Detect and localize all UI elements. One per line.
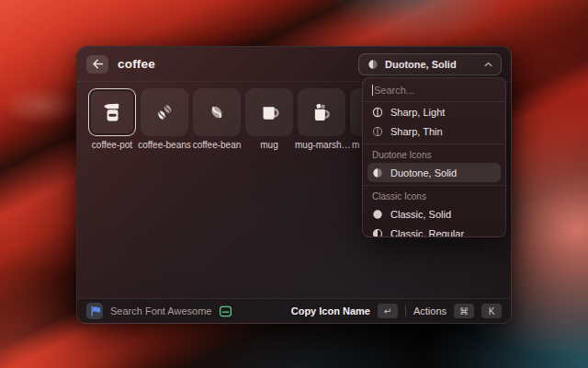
- style-dropdown-label: Duotone, Solid: [385, 59, 478, 70]
- circle-solid-icon: [372, 209, 383, 220]
- style-menu-search-input[interactable]: Search...: [363, 78, 505, 102]
- mug-icon: [257, 100, 281, 124]
- icon-tile-coffee-beans[interactable]: [141, 88, 188, 136]
- menu-item-label: Classic, Regular: [390, 228, 464, 238]
- coffee-beans-icon: [153, 100, 176, 124]
- menu-item-duotone-solid[interactable]: Duotone, Solid: [368, 163, 501, 182]
- menu-item-label: Classic, Solid: [390, 209, 451, 220]
- menu-item-sharp-thin[interactable]: Sharp, Thin: [363, 121, 505, 141]
- k-key-badge: K: [481, 304, 502, 318]
- menu-item-classic-solid[interactable]: Classic, Solid: [363, 204, 505, 224]
- duotone-circle-icon: [368, 59, 379, 70]
- search-placeholder: Search...: [374, 85, 414, 96]
- coffee-pot-icon: [100, 100, 124, 124]
- tile-label: coffee-pot: [85, 140, 139, 150]
- menu-divider: [363, 144, 505, 144]
- circle-split-light-icon: [372, 107, 383, 118]
- style-dropdown-button[interactable]: Duotone, Solid: [358, 53, 502, 75]
- circle-split-thin-icon: [372, 126, 383, 137]
- icon-tile-coffee-bean[interactable]: [193, 88, 241, 136]
- text-caret: [372, 85, 373, 96]
- mug-marshmallows-icon: [310, 100, 334, 124]
- icon-tile-coffee-pot[interactable]: [88, 88, 136, 136]
- menu-section-duotone: Duotone Icons: [363, 147, 505, 163]
- menu-section-classic: Classic Icons: [363, 189, 505, 204]
- arrow-left-icon: [92, 59, 104, 69]
- icon-tile-mug-marshmallows[interactable]: [298, 88, 345, 136]
- icon-tile-mug[interactable]: [245, 88, 293, 136]
- menu-item-label: Duotone, Solid: [390, 167, 457, 178]
- font-awesome-flag-icon: [86, 303, 103, 319]
- desktop: coffee Duotone, Solid: [0, 0, 588, 368]
- actions-button[interactable]: Actions: [413, 305, 447, 316]
- search-query[interactable]: coffee: [118, 57, 349, 71]
- menu-divider: [363, 185, 505, 186]
- command-key-badge: ⌘: [454, 304, 474, 318]
- green-window-icon: [219, 305, 232, 318]
- chevron-up-icon: [484, 62, 492, 67]
- style-dropdown-menu: Search... Sharp, Light Sharp, Thin Duoto…: [362, 77, 506, 237]
- launcher-window: coffee Duotone, Solid: [76, 46, 512, 324]
- menu-item-label: Sharp, Light: [390, 107, 445, 118]
- circle-half-stroke-icon: [372, 228, 383, 238]
- tile-label: mug-marsh…: [295, 140, 348, 150]
- coffee-bean-icon: [205, 100, 229, 124]
- circle-half-duotone-icon: [372, 167, 383, 178]
- back-button[interactable]: [86, 55, 108, 74]
- tile-label: coffee-bean: [190, 140, 243, 150]
- menu-item-sharp-light[interactable]: Sharp, Light: [363, 102, 505, 121]
- menu-item-classic-regular[interactable]: Classic, Regular: [363, 224, 505, 237]
- return-key-badge: ↵: [378, 304, 398, 318]
- footer-divider: [405, 305, 406, 316]
- extension-name: Search Font Awesome: [110, 305, 211, 316]
- tile-label: mug: [243, 140, 296, 150]
- primary-action-button[interactable]: Copy Icon Name: [291, 305, 370, 316]
- tile-label: coffee-beans: [138, 140, 191, 150]
- window-footer: Search Font Awesome Copy Icon Name ↵ Act…: [77, 298, 511, 323]
- menu-item-label: Sharp, Thin: [390, 126, 443, 137]
